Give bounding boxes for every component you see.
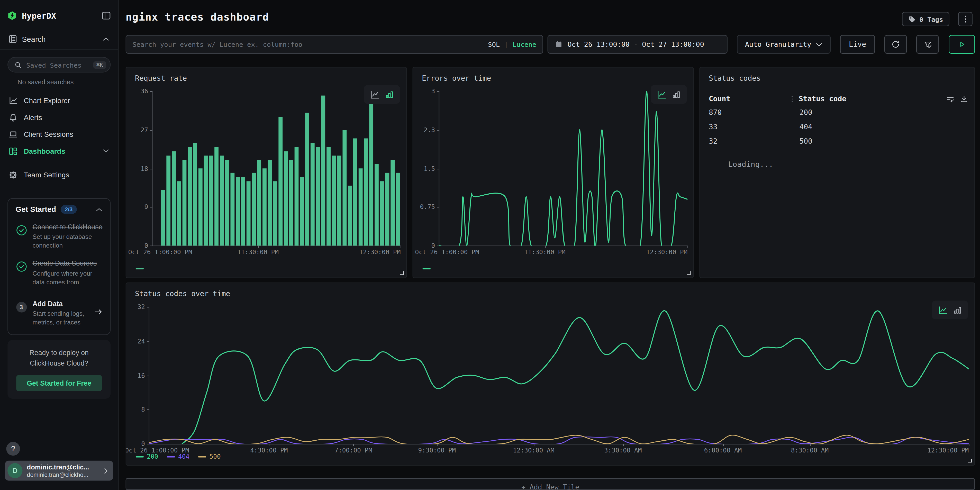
- tag-icon: [908, 16, 916, 23]
- tile-title: Request rate: [135, 74, 187, 83]
- calendar-icon: [555, 41, 563, 48]
- get-started-card: Get Started 2/3 Connect to ClickHouse Se…: [8, 198, 111, 335]
- sidebar-item-team-settings[interactable]: Team Settings: [0, 166, 118, 183]
- tile-title: Status codes: [709, 74, 761, 83]
- laptop-icon: [9, 130, 18, 138]
- run-query-button[interactable]: [949, 35, 975, 54]
- check-circle-icon: [16, 223, 27, 250]
- chart-legend: [136, 268, 144, 269]
- tile-resize-handle[interactable]: [400, 271, 404, 275]
- hyperdx-logo-icon: [8, 11, 17, 21]
- chevron-right-icon: [104, 467, 108, 474]
- chart-line-icon: [9, 96, 18, 105]
- tile-title: Errors over time: [422, 74, 491, 83]
- kebab-icon: [964, 15, 967, 23]
- sidebar-item-client-sessions[interactable]: Client Sessions: [0, 126, 118, 143]
- tile-status-codes-over-time: Status codes over time 32241680Oct 26 1:…: [126, 283, 975, 466]
- sidebar-header: HyperDX: [0, 0, 118, 29]
- get-started-step-connect[interactable]: Connect to ClickHouse Set up your databa…: [16, 223, 103, 250]
- add-new-tile-button[interactable]: + Add New Tile: [126, 478, 975, 490]
- app-root: HyperDX Search Saved Searches ⌘K No save…: [0, 0, 980, 490]
- user-menu[interactable]: D dominic.tran@clic... dominic.tran@clic…: [5, 461, 113, 481]
- get-started-free-button[interactable]: Get Started for Free: [16, 375, 102, 391]
- wrap-rows-icon[interactable]: [946, 95, 955, 103]
- dashboards-icon: [9, 146, 18, 155]
- legend-item[interactable]: 200: [136, 453, 158, 460]
- status-codes-chart[interactable]: 32241680Oct 26 1:00:00 PM4:30:00 PM7:00:…: [149, 307, 969, 444]
- tile-resize-handle[interactable]: [968, 459, 972, 463]
- sidebar-section-search[interactable]: Search: [0, 29, 118, 50]
- search-icon: [14, 61, 22, 68]
- play-icon: [958, 41, 966, 48]
- user-email: dominic.tran@clickho...: [27, 471, 100, 479]
- lucene-mode-toggle[interactable]: Lucene: [512, 41, 536, 48]
- bell-icon: [9, 113, 18, 122]
- chevron-down-icon: [816, 42, 822, 46]
- sidebar-item-chart-explorer[interactable]: Chart Explorer: [0, 92, 118, 109]
- help-button[interactable]: ?: [6, 442, 20, 455]
- filter-edit-icon: [923, 40, 932, 49]
- table-body: 8702003340432500: [709, 105, 968, 148]
- column-header-count[interactable]: Count: [709, 94, 791, 103]
- legend-item[interactable]: 404: [167, 453, 189, 460]
- errors-chart[interactable]: 32.31.50.750Oct 26 1:00:00 PM11:30:00 PM…: [439, 91, 688, 246]
- get-started-step-add-data[interactable]: 3 Add Data Start sending logs, metrics, …: [16, 299, 103, 327]
- table-row[interactable]: 33404: [709, 119, 968, 134]
- column-drag-handle-icon[interactable]: [791, 95, 793, 103]
- download-icon[interactable]: [960, 95, 968, 103]
- dashboard-menu-button[interactable]: [958, 12, 972, 26]
- chart-legend: [422, 268, 431, 269]
- live-button[interactable]: Live: [840, 35, 875, 54]
- avatar: D: [8, 463, 22, 478]
- page-title: nginx traces dashboard: [126, 11, 269, 23]
- request-rate-chart[interactable]: 36271890Oct 26 1:00:00 PM11:30:00 PM12:3…: [152, 91, 401, 246]
- cloud-promo-card: Ready to deploy on ClickHouse Cloud? Get…: [8, 340, 111, 399]
- main-content: nginx traces dashboard 0 Tags Search you…: [119, 0, 980, 490]
- search-panel-icon: [9, 35, 17, 43]
- sidebar-section-label: Search: [22, 35, 97, 43]
- refresh-button[interactable]: [885, 35, 907, 54]
- get-started-title: Get Started: [16, 205, 56, 214]
- tags-button[interactable]: 0 Tags: [902, 12, 950, 26]
- legend-item[interactable]: [422, 268, 431, 269]
- get-started-progress-badge: 2/3: [60, 205, 77, 214]
- sidebar-item-alerts[interactable]: Alerts: [0, 109, 118, 126]
- sidebar-nav: Chart Explorer Alerts Client Sessions Da…: [0, 89, 118, 183]
- chart-legend: 200404500: [136, 453, 221, 460]
- chevron-up-icon[interactable]: [95, 207, 103, 212]
- tile-title: Status codes over time: [135, 290, 230, 298]
- legend-item[interactable]: 500: [198, 453, 221, 460]
- arrow-right-icon: [94, 307, 103, 318]
- legend-item[interactable]: [136, 268, 144, 269]
- event-search-placeholder: Search your events w/ Lucene ex. column:…: [132, 41, 488, 48]
- no-saved-searches-text: No saved searches: [18, 78, 118, 86]
- sidebar-footer: ? D dominic.tran@clic... dominic.tran@cl…: [0, 442, 118, 490]
- brand-name: HyperDX: [22, 11, 97, 20]
- get-started-step-sources[interactable]: Create Data Sources Configure where your…: [16, 259, 103, 286]
- saved-searches-input[interactable]: Saved Searches ⌘K: [8, 57, 111, 73]
- sidebar-collapse-icon[interactable]: [102, 11, 111, 20]
- step-number-badge: 3: [16, 302, 27, 312]
- sidebar: HyperDX Search Saved Searches ⌘K No save…: [0, 0, 119, 490]
- date-range-picker[interactable]: Oct 26 13:00:00 - Oct 27 13:00:00: [547, 35, 727, 54]
- check-circle-icon: [16, 259, 27, 286]
- chevron-down-icon: [103, 149, 110, 153]
- filter-button[interactable]: [916, 35, 939, 54]
- loading-text: Loading...: [728, 160, 773, 169]
- tile-resize-handle[interactable]: [687, 271, 691, 275]
- column-header-status-code[interactable]: Status code: [799, 94, 946, 103]
- event-search-input[interactable]: Search your events w/ Lucene ex. column:…: [126, 35, 543, 54]
- user-name: dominic.tran@clic...: [27, 463, 100, 471]
- tile-errors-over-time: Errors over time 32.31.50.750Oct 26 1:00…: [413, 67, 694, 278]
- sidebar-item-dashboards[interactable]: Dashboards: [0, 142, 118, 159]
- shortcut-badge: ⌘K: [93, 61, 107, 68]
- tile-request-rate: Request rate 36271890Oct 26 1:00:00 PM11…: [126, 67, 407, 278]
- table-row[interactable]: 32500: [709, 134, 968, 148]
- table-header: Count Status code: [709, 94, 968, 103]
- chevron-up-icon: [103, 37, 110, 41]
- gear-icon: [9, 170, 18, 179]
- granularity-select[interactable]: Auto Granularity: [737, 35, 830, 54]
- refresh-icon: [891, 40, 900, 49]
- sql-mode-toggle[interactable]: SQL: [488, 41, 500, 48]
- table-row[interactable]: 870200: [709, 105, 968, 119]
